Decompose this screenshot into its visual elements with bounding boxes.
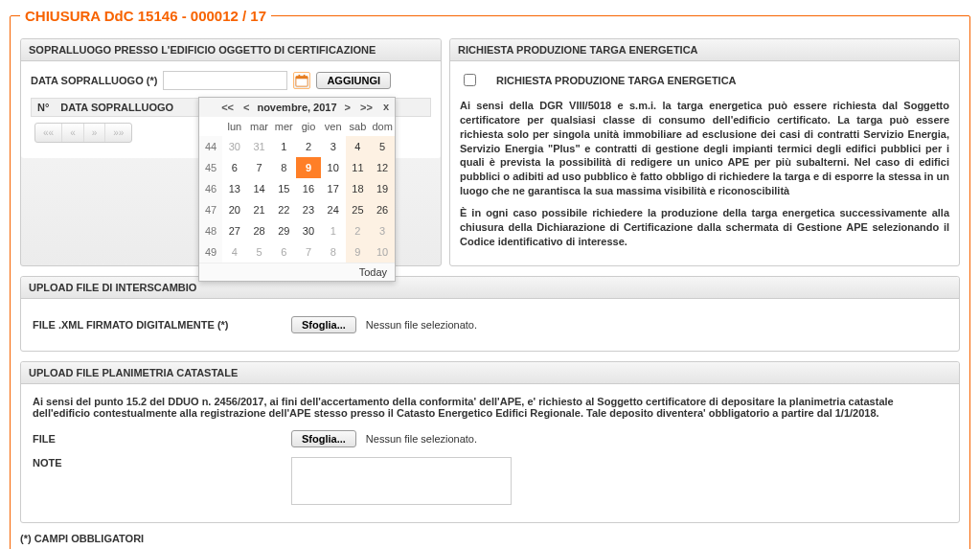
sopralluogo-panel: SOPRALLUOGO PRESSO L'EDIFICIO OGGETTO DI…	[20, 38, 442, 266]
svg-rect-3	[304, 75, 306, 78]
upload-plan-nofile: Nessun file selezionato.	[366, 433, 477, 445]
cal-day[interactable]: 3	[370, 220, 395, 241]
cal-day[interactable]: 8	[321, 241, 346, 263]
cal-dow: ven	[321, 117, 346, 136]
cal-day[interactable]: 2	[296, 136, 321, 157]
cal-day[interactable]: 15	[271, 178, 296, 199]
pager-last[interactable]: »»	[105, 124, 131, 142]
cal-prev[interactable]: <	[241, 102, 251, 113]
cal-next[interactable]: >	[343, 102, 353, 113]
cal-day[interactable]: 11	[346, 157, 371, 178]
cal-day[interactable]: 21	[247, 199, 272, 220]
cal-day[interactable]: 30	[222, 136, 247, 157]
upload-plan-note-textarea[interactable]	[291, 457, 512, 505]
date-label: DATA SOPRALLUOGO (*)	[31, 75, 157, 86]
mandatory-label: (*) CAMPI OBBLIGATORI	[20, 533, 144, 544]
cal-day[interactable]: 23	[296, 199, 321, 220]
cal-today[interactable]: Today	[199, 263, 395, 281]
svg-rect-2	[299, 75, 301, 78]
upload-plan-intro: Ai sensi del punto 15.2 del DDUO n. 2456…	[33, 396, 947, 419]
cal-day[interactable]: 22	[271, 199, 296, 220]
cal-day[interactable]: 18	[346, 178, 371, 199]
richiesta-checkbox[interactable]	[464, 74, 476, 86]
cal-day[interactable]: 28	[247, 220, 272, 241]
upload-plan-file-label: FILE	[33, 433, 282, 445]
cal-first[interactable]: <<	[219, 102, 236, 113]
richiesta-header: RICHIESTA PRODUZIONE TARGA ENERGETICA	[450, 39, 959, 61]
cal-dow: mar	[247, 117, 272, 136]
upload-xml-header: UPLOAD FILE DI INTERSCAMBIO	[21, 277, 959, 299]
cal-week-number: 48	[199, 220, 222, 241]
cal-day[interactable]: 10	[370, 241, 395, 263]
cal-title: novembre, 2017	[257, 102, 336, 113]
pager-prev[interactable]: «	[62, 124, 84, 142]
cal-day[interactable]: 16	[296, 178, 321, 199]
cal-day[interactable]: 6	[222, 157, 247, 178]
aggiungi-button[interactable]: AGGIUNGI	[316, 72, 391, 89]
pager: «« « » »»	[34, 123, 132, 143]
cal-day[interactable]: 24	[321, 199, 346, 220]
cal-day[interactable]: 6	[271, 241, 296, 263]
cal-day[interactable]: 7	[296, 241, 321, 263]
sopralluogo-header: SOPRALLUOGO PRESSO L'EDIFICIO OGGETTO DI…	[21, 39, 441, 61]
table-col-n: N°	[37, 102, 49, 113]
upload-xml-browse-button[interactable]: Sfoglia...	[291, 316, 356, 333]
cal-day[interactable]: 1	[271, 136, 296, 157]
cal-day[interactable]: 10	[321, 157, 346, 178]
richiesta-panel: RICHIESTA PRODUZIONE TARGA ENERGETICA RI…	[449, 38, 960, 266]
calendar-grid: lunmarmergiovensabdom4430311234545678910…	[199, 117, 395, 263]
richiesta-p1: Ai sensi della DGR VIII/5018 e s.m.i. la…	[460, 99, 949, 198]
calendar-icon[interactable]	[293, 72, 310, 89]
cal-day[interactable]: 9	[346, 241, 371, 263]
cal-day[interactable]: 12	[370, 157, 395, 178]
upload-xml-section: UPLOAD FILE DI INTERSCAMBIO FILE .XML FI…	[20, 276, 960, 352]
cal-day[interactable]: 17	[321, 178, 346, 199]
cal-last[interactable]: >>	[358, 102, 375, 113]
cal-day[interactable]: 3	[321, 136, 346, 157]
cal-day[interactable]: 31	[247, 136, 272, 157]
cal-day[interactable]: 2	[346, 220, 371, 241]
cal-week-number: 49	[199, 241, 222, 263]
cal-dow: dom	[370, 117, 395, 136]
cal-close[interactable]: x	[383, 101, 389, 112]
cal-week-number: 46	[199, 178, 222, 199]
cal-dow: gio	[296, 117, 321, 136]
cal-day[interactable]: 19	[370, 178, 395, 199]
cal-day[interactable]: 25	[346, 199, 371, 220]
richiesta-checkbox-label: RICHIESTA PRODUZIONE TARGA ENERGETICA	[496, 75, 737, 86]
cal-dow: sab	[346, 117, 371, 136]
cal-day[interactable]: 13	[222, 178, 247, 199]
cal-day[interactable]: 4	[346, 136, 371, 157]
cal-day[interactable]: 9	[296, 157, 321, 178]
cal-week-number: 47	[199, 199, 222, 220]
cal-day[interactable]: 5	[370, 136, 395, 157]
cal-day[interactable]: 4	[222, 241, 247, 263]
calendar-popup: << < novembre, 2017 > >> x lunmarmergiov…	[198, 97, 396, 282]
upload-plan-section: UPLOAD FILE PLANIMETRIA CATASTALE Ai sen…	[20, 361, 960, 523]
page-title: CHIUSURA DdC 15146 - 000012 / 17	[20, 8, 271, 24]
cal-day[interactable]: 27	[222, 220, 247, 241]
cal-day[interactable]: 29	[271, 220, 296, 241]
upload-plan-header: UPLOAD FILE PLANIMETRIA CATASTALE	[21, 362, 959, 384]
pager-next[interactable]: »	[84, 124, 106, 142]
upload-xml-label: FILE .XML FIRMATO DIGITALMENTE (*)	[33, 319, 282, 331]
upload-plan-browse-button[interactable]: Sfoglia...	[291, 430, 356, 447]
cal-day[interactable]: 8	[271, 157, 296, 178]
cal-dow: lun	[222, 117, 247, 136]
cal-day[interactable]: 1	[321, 220, 346, 241]
table-col-date: DATA SOPRALLUOGO	[60, 102, 173, 113]
cal-day[interactable]: 26	[370, 199, 395, 220]
richiesta-p2: È in ogni caso possibile richiedere la p…	[460, 206, 949, 249]
main-fieldset: CHIUSURA DdC 15146 - 000012 / 17 SOPRALL…	[10, 8, 970, 549]
cal-day[interactable]: 20	[222, 199, 247, 220]
cal-day[interactable]: 7	[247, 157, 272, 178]
cal-day[interactable]: 5	[247, 241, 272, 263]
data-sopralluogo-input[interactable]	[163, 71, 287, 90]
svg-rect-1	[296, 77, 308, 80]
pager-first[interactable]: ««	[35, 124, 62, 142]
cal-day[interactable]: 30	[296, 220, 321, 241]
cal-day[interactable]: 14	[247, 178, 272, 199]
upload-xml-nofile: Nessun file selezionato.	[366, 319, 477, 331]
cal-dow: mer	[271, 117, 296, 136]
cal-week-number: 45	[199, 157, 222, 178]
